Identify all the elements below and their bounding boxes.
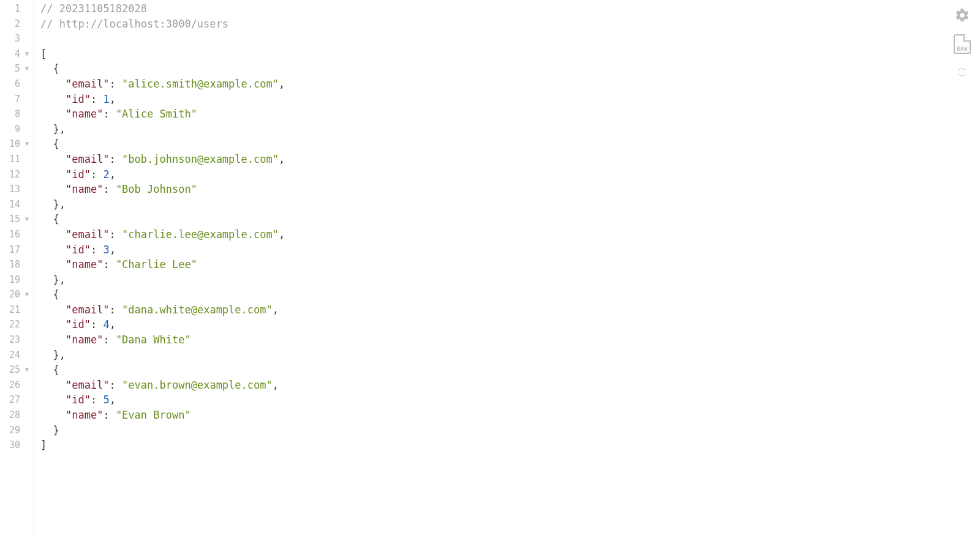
gutter-line: 9▼: [0, 122, 34, 137]
code-line: "id": 2,: [40, 167, 980, 182]
fold-toggle-icon[interactable]: ▼: [23, 287, 31, 302]
gear-icon[interactable]: [953, 6, 971, 24]
gutter-line: 5▼: [0, 61, 34, 77]
code-line: "name": "Dana White": [40, 332, 980, 348]
fold-toggle-icon[interactable]: ▼: [23, 61, 31, 77]
raw-icon[interactable]: RAW: [953, 33, 971, 55]
code-line: "email": "alice.smith@example.com",: [40, 77, 980, 92]
number-token: 1: [103, 93, 109, 105]
comma-token: ,: [110, 318, 116, 331]
line-number: 3: [3, 31, 20, 47]
string-token: "Charlie Lee": [116, 258, 197, 271]
fold-toggle-icon[interactable]: ▼: [23, 47, 31, 62]
line-number: 4: [3, 47, 20, 62]
key-token: "id": [66, 318, 91, 331]
code-line: }: [40, 423, 980, 438]
gutter-line: 3▼: [0, 31, 34, 47]
code-line: {: [40, 212, 980, 227]
fold-toggle-icon[interactable]: ▼: [23, 212, 31, 227]
code-area[interactable]: // 20231105182028// http://localhost:300…: [34, 0, 980, 538]
code-line: },: [40, 197, 980, 212]
gutter-line: 15▼: [0, 212, 34, 227]
gutter-line: 4▼: [0, 47, 34, 62]
code-line: "name": "Evan Brown": [40, 408, 980, 423]
punct-token: [: [40, 48, 47, 60]
punct-token: },: [53, 198, 65, 211]
gutter-line: 10▼: [0, 136, 34, 152]
colon-token: :: [103, 409, 109, 421]
punct-token: {: [53, 213, 59, 225]
string-token: "charlie.lee@example.com": [122, 228, 279, 241]
colon-token: :: [110, 379, 116, 391]
punct-token: {: [53, 138, 59, 150]
key-token: "id": [66, 93, 91, 105]
colon-token: :: [103, 108, 109, 120]
code-line: "name": "Alice Smith": [40, 106, 980, 122]
gutter-line: 2▼: [0, 17, 34, 32]
punct-token: {: [53, 288, 59, 301]
code-line: [: [40, 47, 980, 62]
comment-token: // http://localhost:3000/users: [40, 18, 228, 30]
line-number: 7: [3, 92, 20, 107]
line-number: 17: [3, 242, 20, 258]
json-viewer: 1▼2▼3▼4▼5▼6▼7▼8▼9▼10▼11▼12▼13▼14▼15▼16▼1…: [0, 0, 980, 538]
punct-token: ]: [40, 439, 47, 451]
line-number: 18: [3, 257, 20, 272]
line-number: 12: [3, 167, 20, 182]
gutter-line: 12▼: [0, 167, 34, 182]
colon-token: :: [103, 183, 109, 195]
code-line: },: [40, 348, 980, 363]
key-token: "name": [66, 183, 103, 195]
gutter-line: 7▼: [0, 92, 34, 107]
key-token: "email": [66, 304, 110, 316]
key-token: "id": [66, 244, 91, 256]
colon-token: :: [91, 244, 97, 256]
comma-token: ,: [110, 168, 116, 181]
fold-toggle-icon[interactable]: ▼: [23, 362, 31, 378]
key-token: "name": [66, 258, 103, 271]
comma-token: ,: [110, 93, 116, 105]
line-number: 22: [3, 317, 20, 332]
collapse-expand-icon[interactable]: ︿ ﹀: [958, 64, 967, 81]
code-line: "name": "Charlie Lee": [40, 257, 980, 272]
gutter-line: 22▼: [0, 317, 34, 332]
gutter-line: 17▼: [0, 242, 34, 258]
line-number: 28: [3, 408, 20, 423]
code-line: {: [40, 287, 980, 302]
punct-token: },: [53, 123, 65, 135]
code-line: },: [40, 122, 980, 137]
gutter-line: 24▼: [0, 348, 34, 363]
viewer-toolbar: RAW ︿ ﹀: [953, 6, 971, 81]
code-line: // 20231105182028: [40, 1, 980, 17]
string-token: "alice.smith@example.com": [122, 78, 279, 90]
gutter-line: 13▼: [0, 182, 34, 197]
comma-token: ,: [279, 153, 285, 165]
gutter-line: 14▼: [0, 197, 34, 212]
string-token: "Evan Brown": [116, 409, 191, 421]
line-number: 13: [3, 182, 20, 197]
line-number: 10: [3, 136, 20, 152]
gutter-line: 28▼: [0, 408, 34, 423]
gutter-line: 26▼: [0, 378, 34, 393]
key-token: "email": [66, 78, 110, 90]
line-number: 11: [3, 152, 20, 167]
colon-token: :: [91, 168, 97, 181]
number-token: 5: [103, 394, 109, 406]
comma-token: ,: [110, 244, 116, 256]
gutter-line: 1▼: [0, 1, 34, 17]
key-token: "id": [66, 168, 91, 181]
string-token: "Dana White": [116, 334, 191, 346]
colon-token: :: [110, 228, 116, 241]
gutter-line: 20▼: [0, 287, 34, 302]
line-number: 5: [3, 61, 20, 77]
code-line: {: [40, 61, 980, 77]
line-number: 6: [3, 77, 20, 92]
colon-token: :: [91, 93, 97, 105]
gutter-line: 21▼: [0, 302, 34, 318]
code-line: ]: [40, 438, 980, 453]
line-number: 20: [3, 287, 20, 302]
code-line: "id": 3,: [40, 242, 980, 258]
gutter-line: 8▼: [0, 106, 34, 122]
code-line: "email": "evan.brown@example.com",: [40, 378, 980, 393]
fold-toggle-icon[interactable]: ▼: [23, 136, 31, 152]
